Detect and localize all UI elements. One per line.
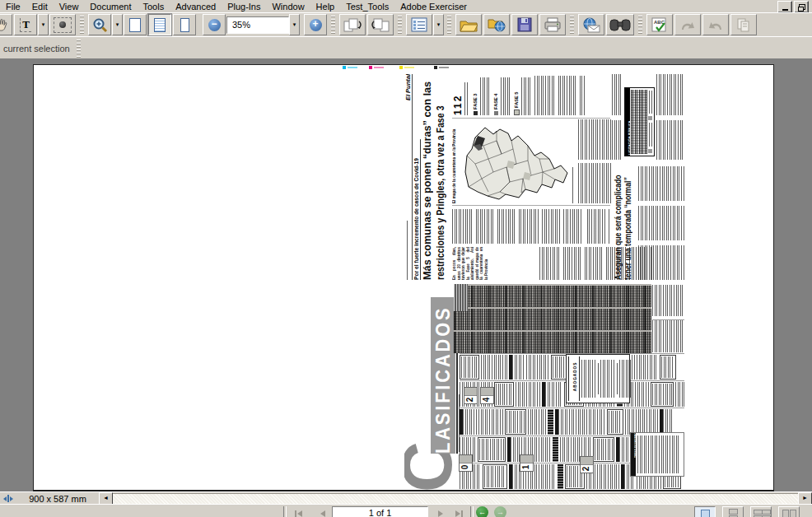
previous-page-button[interactable] — [314, 506, 332, 517]
hand-icon — [0, 17, 8, 32]
document-area[interactable]: C LASIFICADOS 2 4 0 1 2 — [0, 58, 812, 491]
single-page-view-button[interactable] — [694, 506, 716, 517]
farmacia-label: TURNO DE FARMACIAS — [634, 433, 636, 458]
menu-adobe-exerciser[interactable]: Adobe Exerciser — [394, 1, 473, 12]
menu-plugins[interactable]: Plug-Ins — [222, 1, 266, 12]
undo-button[interactable] — [674, 14, 701, 35]
horizontal-scrollbar-track[interactable] — [113, 493, 798, 505]
classified-ad-block — [660, 409, 674, 434]
classifieds-banner: LASIFICADOS — [431, 297, 455, 454]
menu-edit[interactable]: Edit — [26, 1, 54, 12]
snapshot-tool-button[interactable] — [49, 14, 76, 35]
current-selection-dropdown[interactable]: current selection — [0, 44, 73, 54]
save-button[interactable] — [511, 14, 538, 35]
toolbar-separator — [470, 506, 474, 517]
menu-document[interactable]: Document — [84, 1, 137, 12]
zoom-out-icon: − — [208, 19, 221, 31]
zoom-tool-caret[interactable]: ▾ — [112, 14, 123, 35]
magnifier-icon — [92, 17, 108, 33]
zoom-level-caret[interactable]: ▾ — [289, 14, 300, 35]
rotate-counterclockwise-button[interactable] — [367, 14, 394, 35]
scroll-right-button[interactable]: ► — [798, 492, 812, 505]
single-page-icon — [701, 510, 710, 517]
abogados-label: ABOGADOS — [573, 362, 577, 391]
toolbar-grip[interactable] — [638, 16, 642, 34]
toolbar-grip[interactable] — [80, 16, 84, 34]
toolbar-grip[interactable] — [570, 16, 574, 34]
pane-splitter-icon[interactable] — [3, 495, 13, 502]
undo-icon — [679, 18, 697, 31]
redo-button[interactable] — [702, 14, 729, 35]
headline-line1: Más comunas se ponen “duras” con las — [421, 74, 434, 280]
zoom-out-button[interactable]: − — [203, 14, 226, 35]
menu-file[interactable]: File — [0, 1, 26, 12]
toolbar-grip[interactable] — [398, 16, 402, 34]
pdf-page-canvas[interactable]: C LASIFICADOS 2 4 0 1 2 — [33, 64, 774, 491]
continuous-icon — [729, 509, 738, 517]
zoom-level-input[interactable]: 35% — [226, 16, 289, 34]
fit-width-button[interactable] — [173, 14, 196, 35]
news-dateline — [407, 221, 409, 280]
menu-tools[interactable]: Tools — [138, 1, 170, 12]
menu-bar: File Edit View Document Tools Advanced P… — [0, 0, 812, 12]
continuous-view-button[interactable] — [722, 506, 744, 517]
ad-photo-thumbnail: 4 — [480, 387, 494, 404]
toolbar-grip[interactable] — [331, 16, 335, 34]
toolbar-grip[interactable] — [447, 16, 451, 34]
directory-panel — [454, 284, 651, 353]
open-button[interactable] — [455, 14, 482, 35]
rotate-clockwise-button[interactable] — [339, 14, 366, 35]
print-button[interactable] — [539, 14, 566, 35]
last-page-button[interactable] — [450, 506, 468, 517]
regmark-black — [434, 66, 449, 69]
restore-button[interactable] — [794, 1, 809, 13]
select-text-tool-caret[interactable]: ▾ — [38, 14, 49, 35]
email-globe-icon — [581, 17, 601, 33]
next-view-button[interactable]: → — [494, 506, 506, 517]
menu-advanced[interactable]: Advanced — [170, 1, 222, 12]
previous-view-button[interactable]: ← — [476, 506, 488, 517]
first-page-button[interactable] — [289, 506, 307, 517]
open-web-page-button[interactable] — [483, 14, 510, 35]
lead-paragraph: En pocos días, unos 20 distritos tuviero… — [452, 247, 495, 280]
zoom-in-button[interactable]: + — [304, 14, 327, 35]
body-column — [656, 74, 684, 115]
classified-ad-block — [460, 355, 479, 380]
hand-tool-button[interactable] — [0, 14, 12, 35]
continuous-facing-view-button[interactable] — [778, 506, 800, 517]
spellcheck-button[interactable]: ABC — [646, 14, 673, 35]
map-credit — [572, 167, 575, 203]
classified-ad-block — [576, 409, 605, 434]
status-bar: 900 x 587 mm ◄ ► — [0, 491, 812, 505]
printer-icon — [544, 17, 562, 32]
options-list-caret[interactable]: ▾ — [433, 14, 444, 35]
classified-ad-block — [637, 355, 658, 380]
classified-ad-block — [660, 355, 676, 380]
menu-help[interactable]: Help — [310, 1, 341, 12]
next-page-button[interactable] — [432, 506, 450, 517]
legend-item: FASE 3 — [473, 94, 478, 109]
zoom-in-tool-button[interactable] — [88, 14, 111, 35]
scroll-left-button[interactable]: ◄ — [99, 492, 113, 505]
copy-button[interactable] — [730, 14, 757, 35]
farmacia-box: TURNO DE FARMACIAS — [630, 432, 684, 477]
options-list-button[interactable] — [406, 14, 432, 35]
open-folder-icon — [460, 18, 478, 32]
legend-item: FASE 5 — [514, 92, 520, 108]
legend-item: FASE 4 — [493, 94, 499, 109]
menu-view[interactable]: View — [54, 1, 85, 12]
subheadline-line1: Aseguran que será complicado — [614, 181, 623, 280]
fit-page-button[interactable] — [148, 14, 171, 35]
lead-column: En pocos días, unos 20 distritos tuviero… — [452, 247, 610, 280]
facing-view-button[interactable] — [750, 506, 772, 517]
page-indicator-input[interactable]: 1 of 1 — [332, 506, 428, 517]
classified-ad-block — [548, 409, 553, 434]
menu-window[interactable]: Window — [266, 1, 310, 12]
minimize-button[interactable] — [777, 1, 792, 13]
select-text-tool-button[interactable]: T — [14, 14, 37, 35]
toolbar-grip[interactable] — [77, 40, 81, 58]
actual-size-button[interactable] — [124, 14, 147, 35]
email-button[interactable] — [578, 14, 604, 35]
search-button[interactable] — [606, 14, 634, 35]
menu-test-tools[interactable]: Test_Tools — [340, 1, 394, 12]
